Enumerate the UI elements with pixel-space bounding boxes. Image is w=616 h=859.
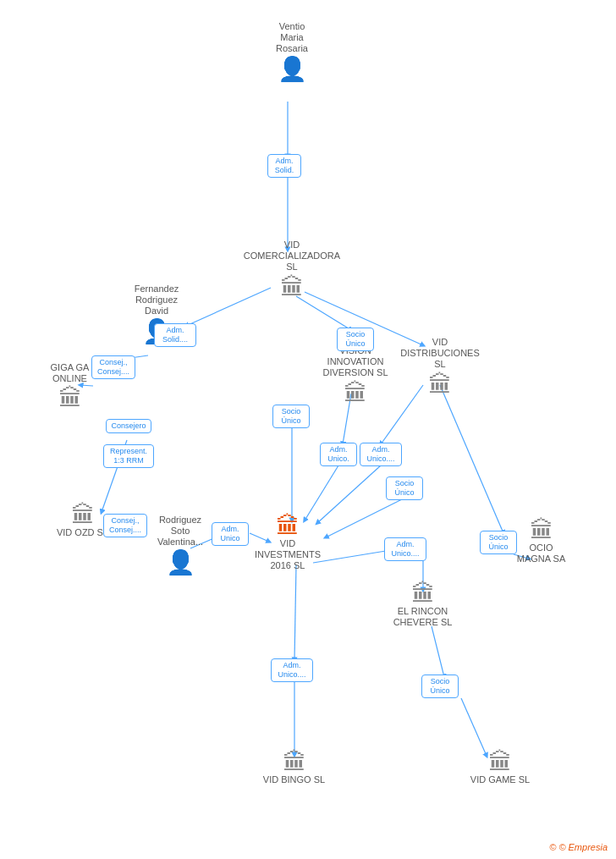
svg-line-20 [461, 698, 487, 756]
badge-adm-solid-2[interactable]: Adm.Solid.... [154, 323, 196, 347]
node-vid-game: 🏛 VID GAME SL [466, 751, 534, 788]
badge-adm-solid-1[interactable]: Adm.Solid. [267, 154, 301, 178]
label-vid-bingo: VID BINGO SL [263, 774, 325, 785]
building-icon-vid-bingo: 🏛 [283, 751, 306, 774]
watermark: © © Empresia [549, 842, 608, 852]
label-vid-game: VID GAME SL [470, 774, 530, 785]
person-icon-rodriguez-soto: 👤 [166, 551, 195, 575]
badge-socio-unico-5[interactable]: SocioÚnico [421, 675, 459, 698]
node-ventio: Ventio Maria Rosaria 👤 [254, 21, 330, 81]
building-icon-vision-innovation: 🏛 [344, 382, 367, 405]
label-vid-distribuciones: VID DISTRIBUCIONES SL [400, 337, 480, 371]
label-ventio: Ventio Maria Rosaria [276, 21, 308, 55]
node-el-rincon: 🏛 EL RINCON CHEVERE SL [382, 582, 463, 630]
badge-consej-1[interactable]: Consej.,Consej.... [91, 355, 135, 379]
building-icon-ocio-magna: 🏛 [530, 519, 553, 542]
node-vid-investments: 🏛 VID INVESTMENTS 2016 SL [245, 515, 330, 575]
label-el-rincon: EL RINCON CHEVERE SL [393, 606, 453, 628]
badge-consej-2[interactable]: Consej.,Consej.... [103, 514, 147, 537]
badge-socio-unico-2[interactable]: SocioÚnico [272, 405, 310, 428]
badge-adm-unico-2[interactable]: Adm.Unico.... [360, 443, 402, 466]
badge-adm-unico-4[interactable]: Adm.Unico.... [384, 537, 426, 561]
label-rodriguez-soto: Rodriguez Soto Valentina... [157, 515, 203, 548]
badge-adm-unico-1[interactable]: Adm.Unico. [320, 443, 357, 466]
label-vid-investments: VID INVESTMENTS 2016 SL [255, 538, 321, 572]
svg-line-5 [296, 296, 351, 330]
label-fernandez: Fernandez Rodriguez David [135, 284, 179, 317]
node-vid-comercializadora: VID COMERCIALIZADORA SL 🏛 [250, 240, 334, 300]
svg-line-19 [432, 626, 444, 677]
node-rodriguez-soto: Rodriguez Soto Valentina... 👤 [142, 515, 218, 575]
label-giga-ga: GIGA GA ONLINE [51, 362, 90, 384]
label-ocio-magna: OCIO MAGNA SA [517, 542, 565, 564]
badge-socio-unico-3[interactable]: SocioÚnico [386, 476, 423, 500]
svg-line-13 [326, 499, 402, 537]
badge-adm-unico-3[interactable]: Adm.Unico [212, 522, 249, 546]
building-icon-vid-investments: 🏛 [276, 515, 300, 538]
building-icon-vid-game: 🏛 [488, 751, 512, 774]
building-icon-vid-distribuciones: 🏛 [428, 373, 452, 397]
badge-socio-unico-4[interactable]: SocioÚnico [480, 531, 517, 554]
person-icon-ventio: 👤 [278, 58, 307, 81]
watermark-copyright: © [549, 842, 556, 852]
svg-line-23 [440, 385, 503, 533]
svg-line-17 [294, 565, 296, 660]
building-icon-vid-comercializadora: 🏛 [280, 276, 304, 300]
building-icon-giga-ga: 🏛 [58, 387, 82, 410]
org-chart-canvas: Ventio Maria Rosaria 👤 VID COMERCIALIZAD… [0, 0, 616, 859]
building-icon-vid-ozd: 🏛 [71, 504, 95, 527]
badge-consejero[interactable]: Consejero [106, 419, 151, 433]
watermark-text: © Empresia [558, 842, 608, 852]
node-vid-bingo: 🏛 VID BINGO SL [258, 751, 330, 788]
svg-line-11 [305, 465, 338, 520]
label-vid-comercializadora: VID COMERCIALIZADORA SL [244, 240, 340, 273]
badge-socio-unico-1[interactable]: SocioÚnico [337, 328, 374, 351]
node-vid-distribuciones: VID DISTRIBUCIONES SL 🏛 [398, 337, 482, 397]
badge-represent[interactable]: Represent.1:3 RRM [103, 444, 154, 468]
building-icon-el-rincon: 🏛 [411, 582, 435, 606]
badge-adm-unico-5[interactable]: Adm.Unico.... [271, 658, 313, 682]
connection-lines [0, 0, 616, 859]
node-vision-innovation: VISION INNOVATION DIVERSION SL 🏛 [313, 345, 398, 405]
label-vid-ozd: VID OZD SL [57, 527, 108, 538]
